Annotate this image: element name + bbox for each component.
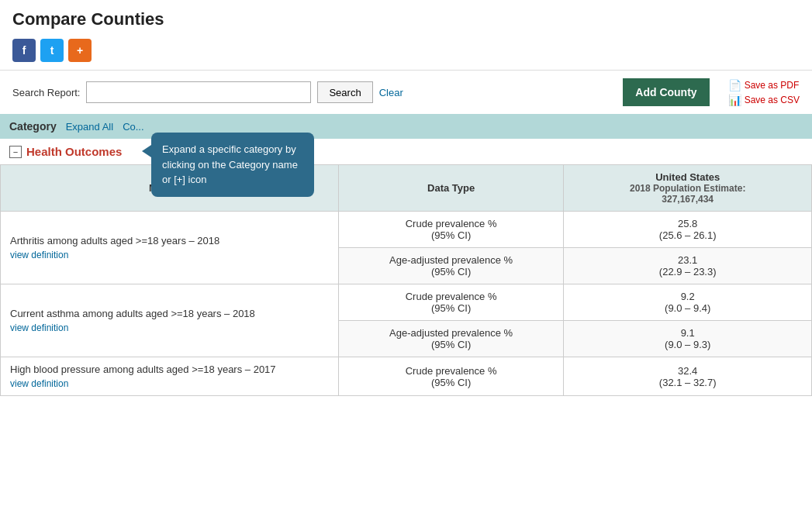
datatype-cell: Crude prevalence %(95% CI)	[338, 357, 564, 396]
category-label: Category	[9, 120, 57, 133]
page-title: Compare Counties	[0, 0, 812, 34]
us-ci: (9.0 – 9.4)	[573, 302, 802, 314]
save-csv-link[interactable]: 📊 Save as CSV	[728, 94, 800, 106]
ci-label: (95% CI)	[348, 266, 555, 277]
us-value-cell: 9.2(9.0 – 9.4)	[564, 284, 812, 321]
measure-name: Arthritis among adults aged >=18 years –…	[10, 235, 329, 246]
datatype-cell: Crude prevalence %(95% CI)	[338, 284, 564, 321]
us-ci: (25.6 – 26.1)	[573, 229, 802, 241]
measure-name: High blood pressure among adults aged >=…	[10, 364, 329, 375]
clear-link[interactable]: Clear	[379, 87, 403, 98]
search-bar: Search Report: Search Clear Add County 📄…	[0, 70, 812, 114]
us-value: 9.2	[573, 291, 802, 302]
search-input[interactable]	[86, 81, 311, 103]
save-csv-label: Save as CSV	[745, 95, 800, 105]
tooltip-text: Expand a specific category by clicking o…	[162, 143, 298, 185]
table-row: Current asthma among adults aged >=18 ye…	[1, 284, 812, 321]
us-ci: (32.1 – 32.7)	[573, 377, 802, 388]
csv-icon: 📊	[728, 94, 741, 106]
us-value-cell: 32.4(32.1 – 32.7)	[564, 357, 812, 396]
us-value: 25.8	[573, 218, 802, 229]
measure-cell: High blood pressure among adults aged >=…	[1, 357, 339, 396]
twitter-button[interactable]: t	[40, 39, 64, 62]
datatype-cell: Age-adjusted prevalence %(95% CI)	[338, 321, 564, 357]
ci-label: (95% CI)	[348, 377, 555, 388]
us-value: 9.1	[573, 327, 802, 339]
view-definition-link[interactable]: view definition	[10, 378, 68, 389]
save-pdf-link[interactable]: 📄 Save as PDF	[728, 79, 800, 91]
datatype-cell: Crude prevalence %(95% CI)	[338, 212, 564, 248]
pdf-icon: 📄	[728, 79, 741, 91]
data-type-label: Crude prevalence %	[348, 218, 555, 229]
tooltip-box: Expand a specific category by clicking o…	[151, 133, 314, 197]
datatype-cell: Age-adjusted prevalence %(95% CI)	[338, 248, 564, 284]
data-type-label: Crude prevalence %	[348, 291, 555, 302]
datatype-header: Data Type	[338, 165, 564, 212]
data-type-label: Age-adjusted prevalence %	[348, 254, 555, 266]
us-ci: (9.0 – 9.3)	[573, 339, 802, 350]
expand-all-link[interactable]: Expand All	[66, 121, 113, 133]
section-header: − Health Outcomes	[0, 139, 812, 164]
us-ci: (22.9 – 23.3)	[573, 266, 802, 277]
us-value-cell: 23.1(22.9 – 23.3)	[564, 248, 812, 284]
search-label: Search Report:	[12, 87, 80, 98]
save-pdf-label: Save as PDF	[745, 80, 800, 91]
section-title[interactable]: Health Outcomes	[26, 145, 122, 158]
measure-cell: Current asthma among adults aged >=18 ye…	[1, 284, 339, 357]
view-definition-link[interactable]: view definition	[10, 250, 68, 260]
ci-label: (95% CI)	[348, 302, 555, 314]
us-pop-label: 2018 Population Estimate:	[573, 183, 802, 194]
data-type-label: Crude prevalence %	[348, 365, 555, 377]
us-title: United States	[573, 171, 802, 183]
search-button[interactable]: Search	[317, 81, 372, 103]
social-bar: f t +	[0, 34, 812, 70]
tooltip-arrow	[142, 145, 151, 157]
section-toggle-icon[interactable]: −	[9, 146, 22, 158]
ci-label: (95% CI)	[348, 339, 555, 350]
data-table: Measure Data Type United States 2018 Pop…	[0, 164, 812, 396]
measure-name: Current asthma among adults aged >=18 ye…	[10, 308, 329, 319]
table-row: Arthritis among adults aged >=18 years –…	[1, 212, 812, 248]
table-row: High blood pressure among adults aged >=…	[1, 357, 812, 396]
addthis-button[interactable]: +	[68, 39, 92, 62]
us-value: 23.1	[573, 254, 802, 266]
us-pop-value: 327,167,434	[573, 194, 802, 205]
data-type-label: Age-adjusted prevalence %	[348, 327, 555, 339]
us-value-cell: 9.1(9.0 – 9.3)	[564, 321, 812, 357]
us-value-cell: 25.8(25.6 – 26.1)	[564, 212, 812, 248]
measure-cell: Arthritis among adults aged >=18 years –…	[1, 212, 339, 284]
facebook-button[interactable]: f	[12, 39, 36, 62]
save-links: 📄 Save as PDF 📊 Save as CSV	[728, 79, 800, 106]
add-county-button[interactable]: Add County	[623, 78, 709, 106]
us-header: United States 2018 Population Estimate: …	[564, 165, 812, 212]
table-header-row: Measure Data Type United States 2018 Pop…	[1, 165, 812, 212]
view-definition-link[interactable]: view definition	[10, 322, 68, 333]
category-bar: Category Expand All Co... Expand a speci…	[0, 114, 812, 139]
collapse-link[interactable]: Co...	[123, 121, 143, 133]
ci-label: (95% CI)	[348, 229, 555, 241]
us-value: 32.4	[573, 365, 802, 377]
